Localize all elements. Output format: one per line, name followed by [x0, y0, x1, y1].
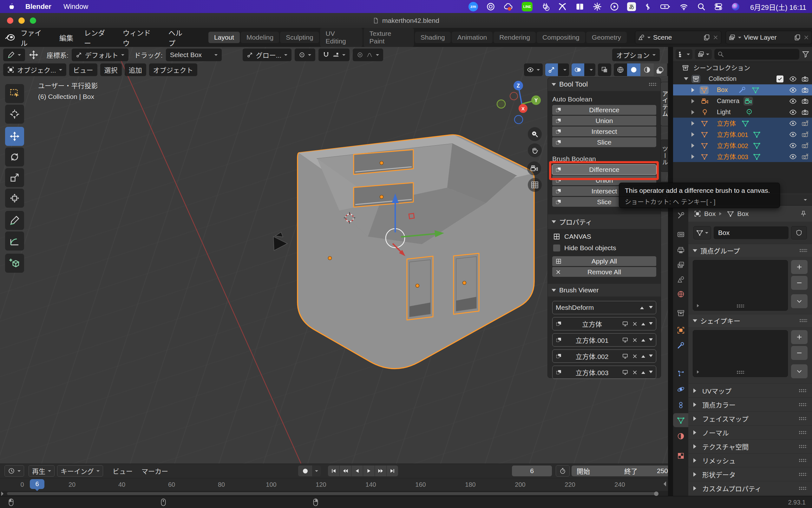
keying-menu[interactable]: キーイング	[57, 465, 103, 477]
shading-rendered-button[interactable]	[654, 64, 667, 76]
apply-all-button[interactable]: Apply All	[552, 256, 656, 266]
menu-window[interactable]: ウィンドウ	[117, 27, 163, 48]
move-down-icon[interactable]	[649, 322, 653, 327]
axis-neg-z[interactable]	[515, 116, 523, 124]
delete-icon[interactable]	[632, 321, 638, 327]
options-dropdown[interactable]: オプション	[612, 48, 660, 61]
hide-bool-objects-row[interactable]: Hide Bool objects	[548, 241, 661, 253]
panel-remesh[interactable]: リメッシュ	[688, 453, 812, 467]
proportional-editing-controls[interactable]	[353, 48, 383, 61]
shape-key-specials-button[interactable]	[791, 364, 808, 378]
play-reverse-button[interactable]	[352, 466, 363, 476]
3d-viewport[interactable]: 座標系: デフォルト ドラッグ: Select Box グロー...	[0, 47, 668, 464]
remove-shape-key-button[interactable]	[791, 346, 808, 360]
menubar-app-name[interactable]: Blender	[26, 3, 51, 11]
tab-constraint-properties[interactable]	[673, 398, 688, 412]
viewport-visibility-icon[interactable]	[622, 337, 628, 343]
overlays-toggle[interactable]	[572, 64, 595, 76]
spotlight-search-icon[interactable]	[697, 2, 706, 11]
add-shape-key-button[interactable]	[791, 330, 808, 344]
menu-file[interactable]: ファイル	[15, 27, 54, 48]
outliner-filter-dropdown[interactable]	[695, 49, 712, 59]
search-expand-chevron-icon[interactable]	[804, 199, 807, 202]
timeline-scrollbar[interactable]	[0, 491, 668, 496]
tab-modifier-properties[interactable]	[673, 338, 688, 352]
auto-slice-button[interactable]: Slice	[552, 137, 656, 147]
disclosure-closed-icon[interactable]	[691, 99, 696, 103]
frame-end-field[interactable]: 終了250	[619, 466, 673, 476]
delete-icon[interactable]	[632, 353, 638, 359]
snap-controls[interactable]	[319, 48, 350, 61]
resize-grip-icon[interactable]	[736, 370, 745, 374]
render-disabled-icon[interactable]	[801, 142, 809, 150]
tool-cursor[interactable]	[5, 104, 24, 124]
move-down-icon[interactable]	[649, 338, 653, 343]
tab-particle-properties[interactable]	[673, 366, 688, 380]
disclosure-closed-icon[interactable]	[691, 143, 696, 148]
camera-object[interactable]	[274, 232, 287, 251]
remove-view-layer-icon[interactable]	[804, 35, 809, 40]
scrollbar-track[interactable]	[7, 492, 658, 495]
disclosure-closed-icon[interactable]	[691, 88, 696, 92]
jump-to-start-button[interactable]	[328, 466, 339, 476]
mesh-browse-dropdown[interactable]	[693, 226, 711, 240]
tab-compositing[interactable]: Compositing	[537, 32, 585, 43]
delete-icon[interactable]	[632, 337, 638, 343]
camera-view-button[interactable]	[527, 161, 541, 175]
use-preview-range-button[interactable]	[556, 465, 570, 477]
ime-input-status-icon[interactable]: あ	[627, 2, 636, 11]
menu-edit[interactable]: 編集	[54, 32, 79, 42]
play-button[interactable]	[363, 466, 375, 476]
breadcrumb-data-name[interactable]: Box	[737, 210, 748, 217]
panel-uv-maps[interactable]: UVマップ	[688, 383, 812, 397]
gizmos-toggle[interactable]	[545, 64, 569, 76]
cloud-sync-status-icon[interactable]	[503, 2, 514, 11]
menubar-clock[interactable]: 6月29日(土) 16:11	[750, 2, 806, 12]
hide-eye-icon[interactable]	[789, 120, 797, 127]
move-up-icon[interactable]	[641, 370, 645, 374]
move-up-icon[interactable]	[641, 321, 645, 325]
brush-row-cube[interactable]: 立方体	[552, 317, 656, 330]
tab-texture-paint[interactable]: Texture Paint	[364, 28, 414, 47]
tab-world-properties[interactable]	[673, 287, 688, 301]
tab-rendering[interactable]: Rendering	[493, 32, 536, 43]
tool-measure[interactable]	[5, 231, 24, 251]
panel-vertex-colors[interactable]: 頂点カラー	[688, 397, 812, 411]
hide-eye-icon[interactable]	[789, 142, 797, 150]
hide-eye-icon[interactable]	[789, 153, 797, 161]
play-circle-status-icon[interactable]	[610, 2, 619, 11]
brush-row-cube-002[interactable]: 立方体.002	[552, 349, 656, 363]
move-tool-icon[interactable]	[28, 49, 39, 60]
panel-texture-space[interactable]: テクスチャ空間	[688, 439, 812, 453]
hide-eye-icon[interactable]	[789, 86, 797, 94]
playhead[interactable]: 6	[30, 479, 44, 489]
outliner-row-collection[interactable]: Collection	[673, 73, 812, 84]
viewport-visibility-icon[interactable]	[622, 321, 628, 327]
move-up-icon[interactable]	[640, 305, 644, 309]
vertex-group-specials-button[interactable]	[791, 294, 808, 308]
resize-arrow-icon[interactable]	[697, 304, 700, 307]
tab-output-properties[interactable]	[673, 243, 688, 257]
outliner-row-camera[interactable]: Camera	[673, 95, 812, 107]
drag-mode-dropdown[interactable]: Select Box	[166, 48, 222, 61]
disclosure-closed-icon[interactable]	[691, 121, 696, 126]
outliner-row-scene-collection[interactable]: シーンコレクション	[673, 62, 812, 73]
orthographic-view-button[interactable]	[528, 178, 542, 192]
menubar-window-menu[interactable]: Window	[64, 3, 88, 11]
move-down-icon[interactable]	[649, 371, 653, 375]
disclosure-closed-icon[interactable]	[691, 155, 696, 159]
brush-viewer-header[interactable]: Brush Viewer	[548, 284, 661, 296]
object-mode-dropdown[interactable]: オブジェク...	[3, 64, 66, 76]
bluetooth-status-icon[interactable]	[644, 2, 651, 11]
tab-tool-properties[interactable]	[673, 208, 688, 222]
next-keyframe-button[interactable]	[375, 466, 386, 476]
x-app-status-icon[interactable]	[558, 2, 567, 11]
outliner-row-box[interactable]: Box	[673, 84, 812, 95]
visibility-dropdown[interactable]	[524, 64, 543, 76]
menu-select[interactable]: 選択	[100, 64, 122, 76]
zoom-view-button[interactable]	[528, 127, 542, 141]
pin-icon[interactable]	[800, 210, 807, 217]
coordinate-system-dropdown[interactable]: デフォルト	[72, 48, 128, 61]
tab-animation[interactable]: Animation	[452, 32, 493, 43]
active-tool-dropdown[interactable]	[3, 48, 25, 61]
